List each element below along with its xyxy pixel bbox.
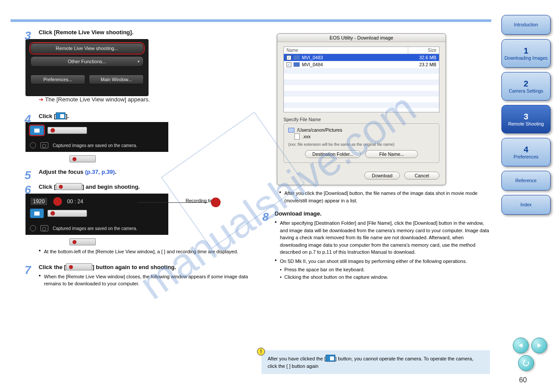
remote-live-view-button[interactable]: Remote Live View shooting... [30,43,144,54]
record-dot-icon [51,128,55,133]
list-empty-rows [284,68,439,112]
return-button[interactable] [518,355,534,371]
specify-file-name-label: Specify File Name [283,117,439,122]
tab-preferences[interactable]: 4 Preferences [501,138,551,166]
checkbox-icon[interactable]: ✓ [287,55,291,60]
folder-icon [288,128,294,133]
tab-label: Introduction [514,22,538,27]
result-arrow-icon: ➔ The [Remote Live View window] appears. [39,96,254,103]
record-time: 00 : 24 [67,198,83,205]
svg-marker-1 [537,343,541,348]
other-functions-label: Other Functions... [68,59,106,64]
main-window-button[interactable]: Main Window... [89,75,144,84]
tab-camera-settings[interactable]: 2 Camera Settings [501,72,551,101]
tab-reference[interactable]: Reference [501,171,551,191]
next-page-button[interactable] [531,338,547,353]
file-name: MVI_0484 [302,62,323,67]
note-item: On 5D Mk II, you can shoot still images … [275,258,490,281]
file-row[interactable]: ✓ MVI_0483 32.6 MB [284,54,439,61]
file-name: MVI_0483 [302,55,323,60]
sub-note-item: Press the space bar on the keyboard. [280,266,490,273]
step-number-7: 7 [25,263,31,277]
tab-downloading[interactable]: 1 Downloading Images [501,39,551,68]
prev-page-button[interactable] [513,338,529,353]
record-indicator-icon [53,197,62,206]
dest-folder-button[interactable]: Destination Folder... [305,150,361,158]
page-number: 60 [519,376,527,384]
ext-note: (xxx: file extension will be the same as… [288,142,435,147]
tab-num: 2 [524,79,529,89]
checkbox-icon[interactable]: ✓ [287,62,291,67]
tab-label: Remote Shooting [508,121,544,126]
resolution-badge: 1920 [30,197,48,206]
download-button[interactable]: Download [364,172,400,180]
warn-text-pre: After you have clicked the [ [268,356,326,361]
record-slider-icon [56,183,82,190]
step-number-6: 6 [25,183,31,197]
tab-num: 3 [524,112,529,122]
step5-link[interactable]: (p.37, p.39) [85,169,115,175]
file-size: 32.6 MB [406,55,436,60]
radio-icon-2 [30,225,36,231]
file-list: Name Size ✓ MVI_0483 32.6 MB ✓ MVI_04 [283,47,439,112]
svg-marker-0 [519,343,522,348]
col-name: Name [284,47,408,54]
step-number-5: 5 [25,169,31,182]
note-item: After specifying [Destination Folder] an… [275,219,490,256]
file-ext: .xxx [302,134,311,139]
step7-notes: When the [Remote Live View window] close… [39,273,254,288]
preferences-button[interactable]: Preferences... [30,75,85,84]
step4-title: Click []. [39,112,254,119]
file-row[interactable]: ✓ MVI_0484 23.2 MB [284,61,439,68]
record-slider-2[interactable] [47,210,87,217]
radio-icon [30,142,36,148]
chevron-down-icon: ▾ [138,59,140,64]
col-size: Size [408,47,439,54]
record-slider-inline[interactable] [69,155,96,162]
triangle-right-icon [536,342,542,349]
right-column: EOS Utility - Download image Name Size ✓… [261,29,490,282]
note-item: At the bottom-left of the [Remote Live V… [39,248,254,255]
record-panel-pre: Captured images are saved on the camera. [25,122,168,152]
left-column: 3 Click [Remote Live View shooting]. Rem… [25,29,254,289]
note-item: When the [Remote Live View window] close… [39,273,254,288]
tab-label: Camera Settings [509,88,543,94]
step8-title: Download image. [275,210,490,217]
tab-introduction[interactable]: Introduction [501,15,551,35]
warning-box: ! After you have clicked the [] button, … [261,350,490,374]
step7-title: Click the [] button again to end shootin… [39,263,254,270]
other-functions-button[interactable]: Other Functions... ▾ [30,56,144,67]
tab-index[interactable]: Index [501,195,551,215]
live-view-icon [56,112,65,119]
step3-result: The [Remote Live View window] appears. [45,96,150,103]
record-slider-icon-2 [66,263,92,270]
cancel-button[interactable]: Cancel [404,172,439,180]
return-icon [522,359,530,367]
note-item: After you click the [Download] button, t… [279,190,490,204]
live-view-toggle[interactable] [30,126,44,135]
camera-icon [40,142,48,148]
sub-note-item: Clicking the shoot button on the capture… [280,273,490,281]
tab-label: Preferences [514,154,539,159]
dest-path: /Users/canon/Pictures [297,127,342,133]
record-slider[interactable] [47,127,87,134]
warning-icon: ! [257,348,265,356]
svg-marker-2 [524,360,526,362]
tab-label: Downloading Images [504,55,548,61]
file-name-box: /Users/canon/Pictures .xxx (xxx: file ex… [283,123,439,163]
file-size: 23.2 MB [406,62,436,67]
record-dot-icon-2 [51,211,55,216]
step5-title: Adjust the focus (p.37, p.39). [39,169,254,175]
video-icon [294,55,300,60]
record-red-dot [211,198,221,207]
live-view-toggle-2[interactable] [30,209,44,218]
record-slider-inline-2[interactable] [69,238,96,245]
capture-panel: Remote Live View shooting... Other Funct… [25,39,149,96]
tab-num: 1 [524,46,529,56]
tab-remote-shooting[interactable]: 3 Remote Shooting [501,105,551,133]
file-name-button[interactable]: File Name... [365,150,418,158]
download-dialog: EOS Utility - Download image Name Size ✓… [277,33,446,185]
top-rule [11,19,491,22]
step-number-8: 8 [262,210,268,224]
rec-panel-msg: Captured images are saved on the camera. [53,143,137,148]
